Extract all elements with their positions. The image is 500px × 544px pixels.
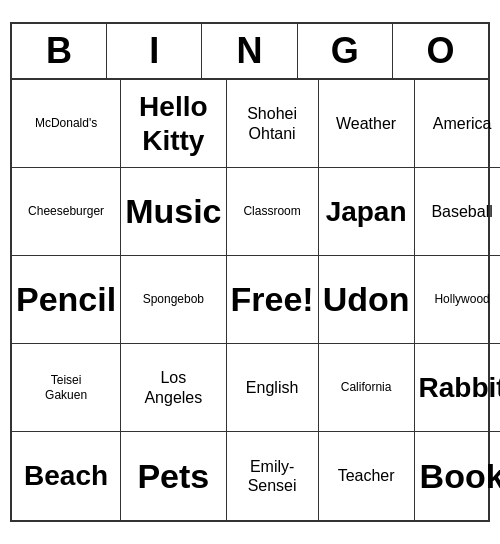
bingo-cell[interactable]: Free! — [227, 256, 319, 344]
cell-text: English — [246, 378, 298, 397]
bingo-cell[interactable]: Music — [121, 168, 226, 256]
header-letter: I — [107, 24, 202, 78]
bingo-cell[interactable]: Beach — [12, 432, 121, 520]
bingo-cell[interactable]: Cheeseburger — [12, 168, 121, 256]
cell-text: Cheeseburger — [28, 204, 104, 218]
cell-text: Spongebob — [143, 292, 204, 306]
cell-text: America — [433, 114, 492, 133]
cell-text: Free! — [231, 279, 314, 320]
bingo-cell[interactable]: HelloKitty — [121, 80, 226, 168]
cell-text: Baseball — [431, 202, 492, 221]
bingo-cell[interactable]: Teacher — [319, 432, 415, 520]
bingo-cell[interactable]: Japan — [319, 168, 415, 256]
bingo-cell[interactable]: McDonald's — [12, 80, 121, 168]
cell-text: California — [341, 380, 392, 394]
bingo-cell[interactable]: English — [227, 344, 319, 432]
bingo-cell[interactable]: Spongebob — [121, 256, 226, 344]
cell-text: Pets — [137, 456, 209, 497]
cell-text: Book — [420, 456, 500, 497]
bingo-cell[interactable]: Book — [415, 432, 500, 520]
cell-text: Rabbit — [419, 371, 500, 405]
bingo-cell[interactable]: Udon — [319, 256, 415, 344]
bingo-header: BINGO — [12, 24, 488, 80]
cell-text: Classroom — [243, 204, 300, 218]
cell-text: Hollywood — [434, 292, 489, 306]
cell-text: Japan — [326, 195, 407, 229]
header-letter: N — [202, 24, 297, 78]
bingo-card: BINGO McDonald'sHelloKittyShoheiOhtaniWe… — [10, 22, 490, 522]
bingo-cell[interactable]: Pets — [121, 432, 226, 520]
cell-text: ShoheiOhtani — [247, 104, 297, 142]
header-letter: G — [298, 24, 393, 78]
cell-text: Music — [125, 191, 221, 232]
bingo-cell[interactable]: California — [319, 344, 415, 432]
cell-text: Teacher — [338, 466, 395, 485]
bingo-cell[interactable]: Pencil — [12, 256, 121, 344]
bingo-cell[interactable]: Weather — [319, 80, 415, 168]
bingo-cell[interactable]: America — [415, 80, 500, 168]
bingo-cell[interactable]: Rabbit — [415, 344, 500, 432]
cell-text: TeiseiGakuen — [45, 373, 87, 402]
bingo-grid: McDonald'sHelloKittyShoheiOhtaniWeatherA… — [12, 80, 488, 520]
bingo-cell[interactable]: TeiseiGakuen — [12, 344, 121, 432]
cell-text: Weather — [336, 114, 396, 133]
header-letter: O — [393, 24, 488, 78]
bingo-cell[interactable]: Baseball — [415, 168, 500, 256]
cell-text: Udon — [323, 279, 410, 320]
cell-text: HelloKitty — [139, 90, 207, 157]
bingo-cell[interactable]: Classroom — [227, 168, 319, 256]
cell-text: Beach — [24, 459, 108, 493]
cell-text: LosAngeles — [144, 368, 202, 406]
header-letter: B — [12, 24, 107, 78]
cell-text: Pencil — [16, 279, 116, 320]
bingo-cell[interactable]: LosAngeles — [121, 344, 226, 432]
bingo-cell[interactable]: ShoheiOhtani — [227, 80, 319, 168]
bingo-cell[interactable]: Hollywood — [415, 256, 500, 344]
cell-text: McDonald's — [35, 116, 97, 130]
cell-text: Emily-Sensei — [248, 457, 297, 495]
bingo-cell[interactable]: Emily-Sensei — [227, 432, 319, 520]
